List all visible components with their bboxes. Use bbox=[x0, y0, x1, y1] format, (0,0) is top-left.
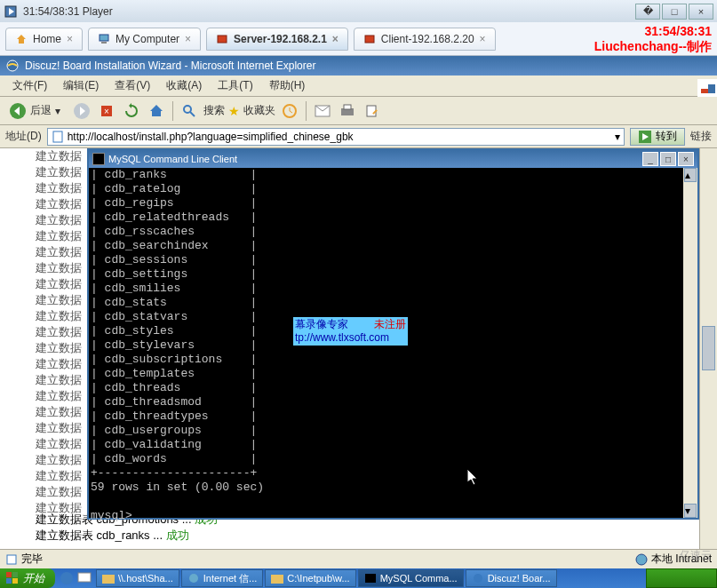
recording-overlay: 31:54/38:31 Liuchenchang--制作 bbox=[594, 24, 712, 54]
address-input[interactable]: http://localhost/install.php?language=si… bbox=[47, 128, 625, 146]
recording-watermark: 幕录像专家 未注册 tp://www.tlxsoft.com bbox=[293, 317, 408, 346]
task-discuz[interactable]: Discuz! Boar... bbox=[466, 569, 557, 587]
tab-home[interactable]: Home × bbox=[5, 28, 83, 51]
svg-rect-27 bbox=[53, 131, 62, 142]
tab-server[interactable]: Server-192.168.2.1 × bbox=[206, 28, 348, 51]
scroll-thumb[interactable] bbox=[702, 326, 715, 370]
task-iis[interactable]: Internet 信... bbox=[181, 569, 264, 587]
edit-button[interactable] bbox=[362, 100, 383, 122]
quick-launch bbox=[59, 570, 92, 586]
links-label[interactable]: 链接 bbox=[690, 129, 712, 144]
globe-icon bbox=[635, 553, 648, 566]
svg-rect-35 bbox=[6, 578, 12, 584]
menu-edit[interactable]: 编辑(E) bbox=[56, 76, 106, 95]
done-icon bbox=[5, 553, 18, 566]
svg-rect-9 bbox=[701, 89, 708, 93]
svg-rect-38 bbox=[78, 573, 91, 582]
tab-close-icon[interactable]: × bbox=[67, 33, 73, 45]
search-label[interactable]: 搜索 bbox=[203, 103, 225, 118]
url-text: http://localhost/install.php?language=si… bbox=[68, 131, 354, 143]
log-row: 建立数据 bbox=[36, 244, 89, 260]
go-button[interactable]: 转到 bbox=[630, 128, 685, 146]
log-row: 建立数据 bbox=[36, 292, 89, 308]
tab-close-icon[interactable]: × bbox=[480, 33, 486, 45]
forward-button[interactable] bbox=[71, 100, 92, 122]
guest-vm: Discuz! Board Installation Wizard - Micr… bbox=[0, 56, 717, 588]
log-row: 建立数据 bbox=[36, 212, 89, 228]
cmd-maximize-button[interactable]: □ bbox=[660, 152, 676, 166]
ie-scrollbar[interactable] bbox=[699, 148, 717, 549]
separator bbox=[172, 101, 173, 121]
vm-tools-bar[interactable] bbox=[646, 568, 717, 588]
player-title: 31:54/38:31 Player bbox=[23, 5, 633, 18]
menu-tools[interactable]: 工具(T) bbox=[211, 76, 259, 95]
log-line: 建立数据表 cdb_ranks ... 成功 bbox=[36, 528, 218, 544]
ie-titlebar: Discuz! Board Installation Wizard - Micr… bbox=[0, 56, 717, 75]
vm-icon bbox=[216, 33, 228, 45]
page-icon bbox=[52, 131, 64, 143]
cmd-minimize-button[interactable]: _ bbox=[642, 152, 658, 166]
print-button[interactable] bbox=[337, 100, 358, 122]
svg-rect-25 bbox=[367, 106, 376, 116]
install-log-column: 建立数据建立数据建立数据建立数据建立数据建立数据建立数据建立数据建立数据建立数据… bbox=[36, 148, 89, 549]
menu-file[interactable]: 文件(F) bbox=[5, 76, 54, 95]
status-text: 完毕 bbox=[21, 552, 43, 567]
dropdown-icon[interactable]: ▾ bbox=[615, 131, 620, 143]
ie-icon bbox=[5, 59, 20, 73]
cmd-titlebar[interactable]: MySQL Command Line Client _ □ × bbox=[89, 150, 697, 168]
tab-label: Client-192.168.2.20 bbox=[381, 33, 474, 45]
search-button[interactable] bbox=[179, 100, 200, 122]
menu-favorites[interactable]: 收藏(A) bbox=[159, 76, 209, 95]
svg-rect-41 bbox=[271, 575, 283, 584]
stop-button[interactable]: × bbox=[96, 100, 117, 122]
log-row: 建立数据 bbox=[36, 260, 89, 276]
windows-icon bbox=[5, 571, 20, 585]
ie-menubar: 文件(F) 编辑(E) 查看(V) 收藏(A) 工具(T) 帮助(H) bbox=[0, 75, 717, 97]
log-row: 建立数据 bbox=[36, 436, 89, 452]
home-button[interactable] bbox=[146, 100, 167, 122]
tab-label: Home bbox=[33, 33, 61, 45]
minimize-button[interactable]: � bbox=[635, 4, 660, 20]
time-display: 31:54/38:31 bbox=[594, 24, 712, 39]
tab-label: Server-192.168.2.1 bbox=[234, 33, 327, 45]
mail-button[interactable] bbox=[312, 100, 333, 122]
cmd-close-button[interactable]: × bbox=[678, 152, 694, 166]
svg-point-40 bbox=[189, 574, 198, 583]
author-display: Liuchenchang--制作 bbox=[594, 39, 712, 54]
tab-client[interactable]: Client-192.168.2.20 × bbox=[354, 28, 496, 51]
log-row: 建立数据 bbox=[36, 180, 89, 196]
svg-rect-4 bbox=[101, 42, 107, 44]
refresh-button[interactable] bbox=[121, 100, 142, 122]
ql-ie-icon[interactable] bbox=[59, 570, 75, 586]
task-explorer[interactable]: C:\Inetpub\w... bbox=[265, 569, 355, 587]
start-button[interactable]: 开始 bbox=[0, 568, 55, 588]
close-button[interactable]: × bbox=[689, 4, 713, 20]
tab-close-icon[interactable]: × bbox=[185, 33, 191, 45]
history-button[interactable] bbox=[279, 100, 300, 122]
ql-desktop-icon[interactable] bbox=[76, 570, 92, 586]
task-sharedfolder[interactable]: \\.host\Sha... bbox=[96, 569, 179, 587]
scroll-up-button[interactable]: ▴ bbox=[684, 168, 697, 182]
go-icon bbox=[638, 130, 652, 144]
svg-line-20 bbox=[190, 112, 195, 116]
menu-help[interactable]: 帮助(H) bbox=[262, 76, 313, 95]
svg-rect-3 bbox=[100, 35, 108, 41]
menu-view[interactable]: 查看(V) bbox=[108, 76, 157, 95]
scroll-down-button[interactable]: ▾ bbox=[684, 504, 697, 518]
svg-rect-42 bbox=[365, 574, 376, 583]
svg-text:×: × bbox=[104, 107, 109, 116]
tab-mycomputer[interactable]: My Computer × bbox=[88, 28, 201, 51]
log-row: 建立数据 bbox=[36, 148, 89, 164]
back-button[interactable]: 后退 ▾ bbox=[5, 100, 68, 122]
svg-rect-10 bbox=[708, 84, 715, 93]
log-row: 建立数据 bbox=[36, 468, 89, 484]
favorites-label[interactable]: 收藏夹 bbox=[243, 103, 275, 118]
maximize-button[interactable]: □ bbox=[662, 4, 687, 20]
back-icon bbox=[9, 102, 27, 120]
cmd-scrollbar[interactable]: ▴ ▾ bbox=[683, 168, 697, 518]
task-mysql[interactable]: MySQL Comma... bbox=[358, 569, 464, 587]
tab-close-icon[interactable]: × bbox=[332, 33, 339, 45]
favorites-icon[interactable]: ★ bbox=[228, 104, 240, 118]
vm-icon bbox=[363, 33, 376, 45]
svg-marker-18 bbox=[150, 105, 163, 116]
